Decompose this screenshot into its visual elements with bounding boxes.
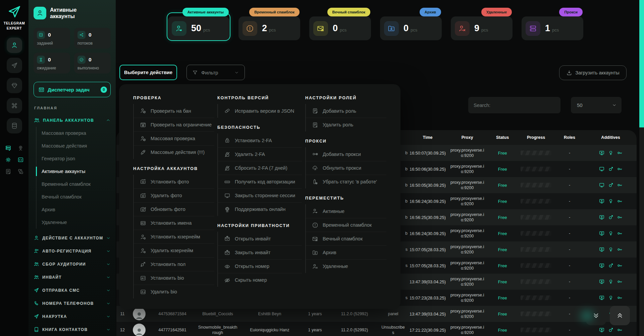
sidebar-section-item[interactable]: КНИГА КОНТАКТОВ	[34, 323, 111, 336]
menu-item[interactable]: Архив	[306, 245, 386, 259]
menu-item[interactable]: Поддерживать онлайн	[218, 202, 302, 216]
menu-item[interactable]: Обновить фото	[134, 202, 214, 216]
menu-item[interactable]: Сбросить 2-FA (7 дней)	[218, 161, 302, 175]
sidebar-subitem[interactable]: Вечный спамблок	[37, 190, 111, 203]
table-row[interactable]: 12 447771642581 Snowmobile_breakthrough …	[116, 322, 637, 336]
menu-item[interactable]: Закрыть сторонние сессии	[218, 188, 302, 202]
menu-item[interactable]: Массовая проверка	[134, 131, 214, 145]
rail-tool-gear-button[interactable]	[5, 157, 11, 163]
scroll-to-bottom-button[interactable]	[586, 306, 606, 325]
rail-user-button[interactable]	[7, 38, 22, 53]
sidebar-section-item[interactable]: ОТПРАВКА СМС	[34, 284, 111, 297]
menu-item[interactable]: Активные	[306, 204, 386, 218]
page-size-select[interactable]: 50	[571, 97, 622, 113]
rail-tool-code-window-button[interactable]	[17, 157, 24, 163]
sidebar-subitem[interactable]: Временный спамблок	[37, 178, 111, 190]
menu-item[interactable]: Удалить bio	[134, 285, 214, 298]
menu-item[interactable]: Временный спамблок	[306, 218, 386, 232]
menu-item[interactable]: Вечный спамблок	[306, 232, 386, 245]
rail-tool-doc-check-button[interactable]	[5, 168, 11, 175]
cell-additives[interactable]	[585, 225, 637, 241]
cell-additives[interactable]	[585, 209, 637, 225]
cell-additives[interactable]	[585, 161, 637, 177]
sidebar-section-item[interactable]: ИНВАЙТ	[34, 271, 111, 284]
menu-item[interactable]: Убрать статус 'в работе'	[306, 175, 386, 188]
menu-item[interactable]: Установить юзернейм	[134, 230, 214, 243]
key-icon	[617, 150, 623, 156]
page-scrollbar[interactable]	[639, 0, 644, 336]
cell-additives[interactable]	[585, 274, 637, 290]
status-card[interactable]: Активные аккаунты 50 pcs	[168, 16, 229, 40]
rail-diamond-button[interactable]	[7, 78, 22, 93]
sidebar-section-item[interactable]: НОМЕРА ТЕЛЕФОНОВ	[34, 297, 111, 310]
upload-accounts-button[interactable]: Загрузить аккаунты	[559, 65, 627, 80]
menu-item[interactable]: Проверить на бан	[134, 104, 214, 118]
menu-item[interactable]: Удалить роль	[306, 118, 386, 131]
rail-send-button[interactable]	[7, 58, 22, 73]
status-card[interactable]: Вечный спамблок 0 pcs	[309, 16, 371, 40]
menu-item[interactable]: Установить 2-FA	[218, 133, 302, 147]
rail-tool-webcam-button[interactable]	[17, 145, 24, 151]
sidebar-section-item[interactable]: ДЕЙСТВИЕ С АККАУНТОМ	[34, 231, 111, 244]
status-card[interactable]: Удаленные 9 pcs	[451, 16, 513, 40]
menu-item[interactable]: Скрыть номер	[218, 273, 302, 287]
menu-item[interactable]: Удалить 2-FA	[218, 147, 302, 161]
folder-user-icon	[384, 21, 399, 36]
search-input[interactable]	[468, 97, 560, 113]
menu-item[interactable]: Установить имена	[134, 216, 214, 230]
menu-item[interactable]: Добавить прокси	[306, 147, 386, 161]
menu-item[interactable]: Удаленные	[306, 259, 386, 273]
menu-item[interactable]: Установить bio	[134, 271, 214, 285]
scroll-to-top-button[interactable]	[610, 306, 630, 325]
cell-additives[interactable]	[585, 177, 637, 193]
filter-dropdown[interactable]: Фильтр	[186, 65, 245, 80]
menu-item[interactable]: Удалить фото	[134, 188, 214, 202]
menu-item[interactable]: Открыть инвайт	[218, 232, 302, 245]
status-card[interactable]: Прокси 1 pcs	[522, 16, 583, 40]
cell-additives[interactable]	[585, 145, 637, 161]
rail-database-button[interactable]	[7, 118, 22, 133]
menu-item[interactable]: Добавить роль	[306, 104, 386, 118]
menu-item[interactable]: Обнулить прокси	[306, 161, 386, 175]
table-header-cell[interactable]: Progress	[518, 130, 554, 145]
sidebar-subitem[interactable]: Массовая проверка	[37, 127, 111, 139]
rail-tool-server-check-button[interactable]	[5, 145, 11, 151]
cell-additives[interactable]	[585, 241, 637, 258]
sidebar-subitem[interactable]: Активные аккаунты	[37, 165, 111, 178]
cell-additives[interactable]	[585, 258, 637, 274]
table-header-cell[interactable]: Time	[408, 130, 447, 145]
menu-item[interactable]: Установить пол	[134, 257, 214, 271]
sidebar-subitem[interactable]: Архив	[37, 203, 111, 216]
menu-item[interactable]: Закрыть инвайт	[218, 245, 302, 259]
sidebar-section-item[interactable]: НАКРУТКА	[34, 310, 111, 323]
table-header-cell[interactable]: Additives	[585, 130, 637, 145]
menu-item[interactable]: Открыть номер	[218, 259, 302, 273]
sidebar-item-accounts-panel[interactable]: ПАНЕЛЬ АККАУНТОВ	[34, 117, 111, 123]
cell-additives[interactable]	[585, 193, 637, 209]
cell-role: Unsubscribes	[378, 322, 408, 336]
choose-action-button[interactable]: Выберите действие	[119, 65, 177, 80]
status-card[interactable]: Временный спамблок 2 pcs	[238, 16, 300, 40]
sidebar-section-item[interactable]: СБОР АУДИТОРИИ	[34, 258, 111, 271]
menu-item[interactable]: Массовые действия (!!!)	[134, 145, 214, 159]
menu-item[interactable]: Получить код авторизации	[218, 175, 302, 188]
menu-item[interactable]: Проверить на ограничение	[134, 118, 214, 131]
cloud-icon	[312, 165, 318, 171]
menu-item[interactable]: Удалить юзернейм	[134, 243, 214, 257]
menu-item[interactable]: Исправить версии в JSON	[218, 104, 302, 118]
sidebar-subitem[interactable]: Удаленные	[37, 216, 111, 229]
sidebar-section-item[interactable]: АВТО-РЕГИСТРАЦИЯ	[34, 244, 111, 258]
sidebar-subitem[interactable]: Генератор json	[37, 152, 111, 165]
sidebar-subitem[interactable]: Массовые действия	[37, 139, 111, 152]
task-manager-button[interactable]: Диспетчер задач 0	[34, 82, 111, 97]
cell-additives[interactable]	[585, 290, 637, 306]
table-header-cell[interactable]: Proxy	[447, 130, 487, 145]
scrollbar-thumb[interactable]	[639, 0, 644, 127]
user-at-icon	[140, 247, 146, 254]
table-header-cell[interactable]: Status	[487, 130, 518, 145]
menu-item[interactable]: Установить фото	[134, 175, 214, 188]
status-card[interactable]: Архив 0 pcs	[380, 16, 442, 40]
rail-tool-swap-button[interactable]	[17, 168, 24, 175]
table-header-cell[interactable]: Roles	[554, 130, 585, 145]
rail-command-button[interactable]	[7, 98, 22, 113]
